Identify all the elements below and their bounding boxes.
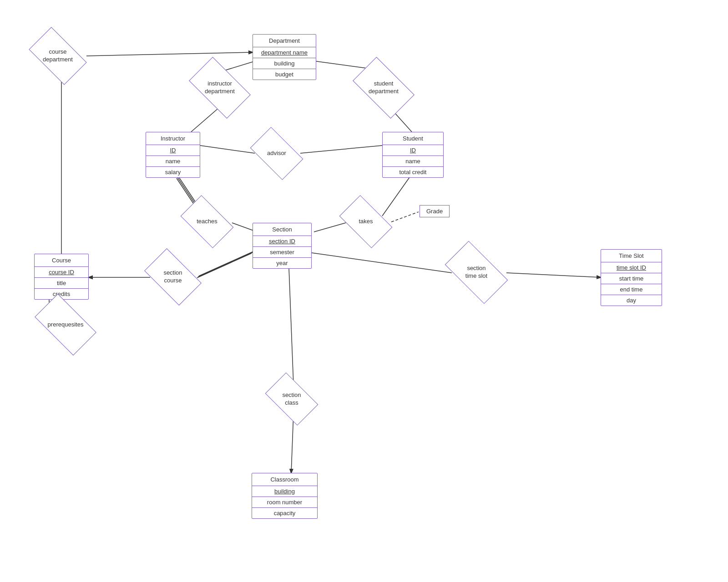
student-department-diamond: studentdepartment — [357, 71, 410, 105]
svg-line-11 — [314, 223, 346, 232]
svg-line-12 — [391, 212, 419, 222]
section-attr-semester: semester — [253, 247, 311, 258]
classroom-attr-capacity: capacity — [252, 508, 317, 518]
course-entity: Course course ID title credits — [34, 254, 89, 300]
course-title: Course — [35, 254, 88, 267]
student-attr-id: ID — [383, 145, 443, 156]
timeslot-entity: Time Slot time slot ID start time end ti… — [601, 249, 662, 306]
teaches-label: teaches — [197, 218, 217, 226]
instructor-title: Instructor — [146, 132, 200, 145]
timeslot-attr-id: time slot ID — [601, 262, 662, 273]
section-attr-year: year — [253, 258, 311, 268]
takes-label: takes — [359, 218, 373, 226]
svg-line-18 — [291, 414, 293, 473]
classroom-entity: Classroom building room number capacity — [252, 473, 318, 519]
svg-line-13 — [198, 252, 253, 277]
prerequesites-label: prerequesites — [48, 321, 84, 329]
section-course-label: sectioncourse — [163, 269, 182, 285]
instructor-attr-id: ID — [146, 145, 200, 156]
section-course-diamond: sectioncourse — [148, 261, 197, 293]
student-attr-totalcredit: total credit — [383, 167, 443, 177]
student-attr-name: name — [383, 156, 443, 167]
er-diagram: Department department name building budg… — [0, 0, 728, 582]
timeslot-title: Time Slot — [601, 250, 662, 262]
department-entity: Department department name building budg… — [253, 34, 316, 80]
department-attr-budget: budget — [253, 69, 316, 80]
svg-line-15 — [312, 253, 452, 273]
svg-line-31 — [199, 251, 253, 276]
section-timeslot-label: sectiontime slot — [465, 265, 487, 280]
svg-line-7 — [300, 146, 382, 153]
instructor-entity: Instructor ID name salary — [146, 132, 200, 178]
student-entity: Student ID name total credit — [382, 132, 444, 178]
prerequesites-diamond: prerequesites — [38, 308, 93, 341]
timeslot-attr-day: day — [601, 295, 662, 306]
department-title: Department — [253, 35, 316, 47]
teaches-diamond: teaches — [184, 207, 230, 236]
course-attr-id: course ID — [35, 267, 88, 278]
instructor-department-diamond: instructordepartment — [193, 71, 247, 105]
advisor-label: advisor — [267, 150, 286, 157]
instructor-attr-salary: salary — [146, 167, 200, 177]
svg-line-6 — [200, 146, 255, 153]
timeslot-attr-end: end time — [601, 284, 662, 295]
student-department-label: studentdepartment — [369, 80, 399, 95]
svg-line-16 — [506, 273, 601, 277]
classroom-attr-building: building — [252, 486, 317, 497]
advisor-diamond: advisor — [254, 139, 299, 168]
classroom-title: Classroom — [252, 473, 317, 486]
grade-box: Grade — [420, 205, 450, 217]
section-title: Section — [253, 223, 311, 236]
department-attr-name: department name — [253, 47, 316, 58]
svg-line-32 — [197, 253, 252, 278]
section-class-diamond: sectionclass — [269, 384, 314, 414]
section-attr-id: section ID — [253, 236, 311, 247]
instructor-attr-name: name — [146, 156, 200, 167]
timeslot-attr-start: start time — [601, 273, 662, 284]
section-timeslot-diamond: sectiontime slot — [449, 256, 504, 289]
course-department-diamond: coursedepartment — [33, 40, 83, 72]
takes-diamond: takes — [343, 207, 389, 236]
section-class-label: sectionclass — [282, 391, 301, 407]
instructor-department-label: instructordepartment — [205, 80, 235, 95]
course-attr-title: title — [35, 278, 88, 289]
svg-line-0 — [86, 52, 253, 56]
student-title: Student — [383, 132, 443, 145]
svg-line-17 — [289, 268, 293, 384]
grade-label: Grade — [426, 208, 443, 215]
department-attr-building: building — [253, 58, 316, 69]
classroom-attr-roomnum: room number — [252, 497, 317, 508]
course-department-label: coursedepartment — [43, 48, 73, 64]
section-entity: Section section ID semester year — [253, 223, 312, 269]
